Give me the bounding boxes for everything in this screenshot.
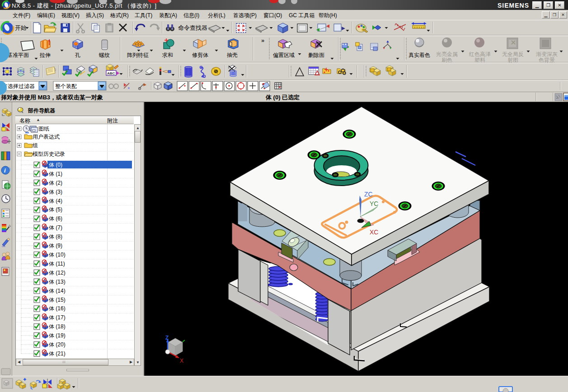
svg-text:YC: YC xyxy=(370,200,378,207)
svg-text:X: X xyxy=(180,358,183,364)
svg-text:ZC: ZC xyxy=(364,191,373,198)
svg-text:Z: Z xyxy=(165,335,169,341)
svg-text:XC: XC xyxy=(370,229,378,236)
